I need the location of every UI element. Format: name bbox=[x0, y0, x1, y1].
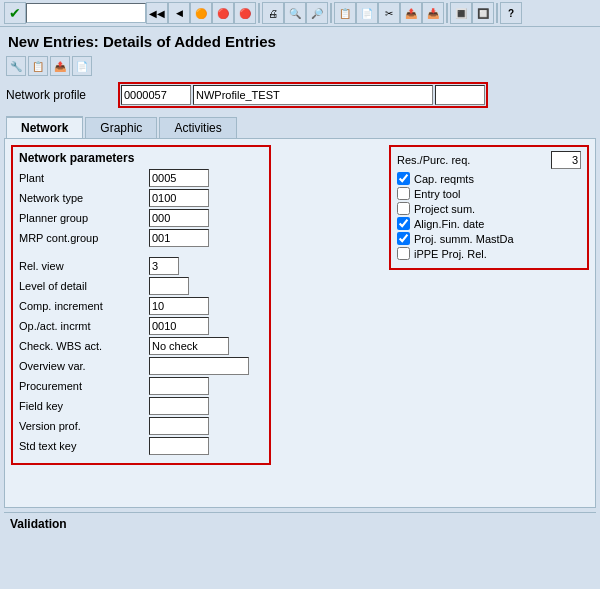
config-icon: 🔧 bbox=[10, 61, 22, 72]
undo-button[interactable]: 🔴 bbox=[212, 2, 234, 24]
right-label-res: Res./Purc. req. bbox=[397, 154, 551, 166]
check-button[interactable] bbox=[4, 2, 26, 24]
right-input-res[interactable] bbox=[551, 151, 581, 169]
param-input-procurement[interactable] bbox=[149, 377, 209, 395]
network-params-title: Network parameters bbox=[19, 151, 263, 165]
nav-first-icon: ◀◀ bbox=[149, 8, 165, 19]
param-label-op-act: Op./act. incrmt bbox=[19, 320, 149, 332]
redo-button[interactable]: 🔴 bbox=[234, 2, 256, 24]
network-profile-name[interactable] bbox=[193, 85, 433, 105]
checkbox-row-proj-summ-mastda[interactable]: Proj. summ. MastDa bbox=[397, 232, 581, 245]
find-icon: 🔍 bbox=[289, 8, 301, 19]
param-label-check-wbs: Check. WBS act. bbox=[19, 340, 149, 352]
checkbox-cap-reqmts[interactable] bbox=[397, 172, 410, 185]
new-button[interactable]: 📄 bbox=[72, 56, 92, 76]
checkbox-row-project-sum[interactable]: Project sum. bbox=[397, 202, 581, 215]
tab-graphic[interactable]: Graphic bbox=[85, 117, 157, 138]
right-box: Res./Purc. req. Cap. reqmts Entry tool P… bbox=[389, 145, 589, 270]
paste-button[interactable]: 📄 bbox=[356, 2, 378, 24]
export-button[interactable]: 📤 bbox=[50, 56, 70, 76]
param-label-procurement: Procurement bbox=[19, 380, 149, 392]
save-button[interactable]: 🟠 bbox=[190, 2, 212, 24]
secondary-toolbar: 🔧 📋 📤 📄 bbox=[0, 54, 600, 78]
download-button[interactable]: 📥 bbox=[422, 2, 444, 24]
find-next-button[interactable]: 🔎 bbox=[306, 2, 328, 24]
paste-icon: 📄 bbox=[361, 8, 373, 19]
checkbox-label-align-fin-date: Align.Fin. date bbox=[414, 218, 484, 230]
tab-network[interactable]: Network bbox=[6, 116, 83, 138]
upload-icon: 📤 bbox=[405, 8, 417, 19]
cut-button[interactable]: ✂ bbox=[378, 2, 400, 24]
param-input-field-key[interactable] bbox=[149, 397, 209, 415]
checkbox-row-align-fin-date[interactable]: Align.Fin. date bbox=[397, 217, 581, 230]
param-row-version-prof: Version prof. bbox=[19, 417, 263, 435]
find-button[interactable]: 🔍 bbox=[284, 2, 306, 24]
param-label-plant: Plant bbox=[19, 172, 149, 184]
param-input-std-text-key[interactable] bbox=[149, 437, 209, 455]
param-input-plant[interactable] bbox=[149, 169, 209, 187]
checkbox-row-cap-reqmts[interactable]: Cap. reqmts bbox=[397, 172, 581, 185]
network-profile-id[interactable] bbox=[121, 85, 191, 105]
copy-button[interactable]: 📋 bbox=[334, 2, 356, 24]
param-input-mrp[interactable] bbox=[149, 229, 209, 247]
nav-back-button[interactable]: ◀ bbox=[168, 2, 190, 24]
param-row-network-type: Network type bbox=[19, 189, 263, 207]
param-row-comp-increment: Comp. increment bbox=[19, 297, 263, 315]
layout2-button[interactable]: 🔲 bbox=[472, 2, 494, 24]
checkbox-project-sum[interactable] bbox=[397, 202, 410, 215]
param-input-overview-var[interactable] bbox=[149, 357, 249, 375]
main-content: Network parameters Plant Network type Pl… bbox=[4, 138, 596, 508]
network-profile-input-group bbox=[118, 82, 488, 108]
layout1-button[interactable]: 🔳 bbox=[450, 2, 472, 24]
checkbox-proj-summ-mastda[interactable] bbox=[397, 232, 410, 245]
param-input-network-type[interactable] bbox=[149, 189, 209, 207]
param-row-overview-var: Overview var. bbox=[19, 357, 263, 375]
param-row-mrp: MRP cont.group bbox=[19, 229, 263, 247]
copy2-button[interactable]: 📋 bbox=[28, 56, 48, 76]
param-input-comp-increment[interactable] bbox=[149, 297, 209, 315]
print-icon: 🖨 bbox=[268, 8, 278, 19]
title-bar: ◀◀ ◀ 🟠 🔴 🔴 🖨 🔍 🔎 📋 📄 ✂ 📤 📥 🔳 🔲 ? bbox=[0, 0, 600, 27]
param-input-check-wbs[interactable] bbox=[149, 337, 229, 355]
right-panel: Res./Purc. req. Cap. reqmts Entry tool P… bbox=[279, 145, 589, 501]
param-input-version-prof[interactable] bbox=[149, 417, 209, 435]
network-profile-row: Network profile bbox=[0, 78, 600, 112]
param-input-level-detail[interactable] bbox=[149, 277, 189, 295]
network-params-box: Network parameters Plant Network type Pl… bbox=[11, 145, 271, 465]
layout2-icon: 🔲 bbox=[477, 8, 489, 19]
tab-activities[interactable]: Activities bbox=[159, 117, 236, 138]
print-button[interactable]: 🖨 bbox=[262, 2, 284, 24]
check-icon bbox=[9, 5, 21, 21]
command-field[interactable] bbox=[26, 3, 146, 23]
checkbox-align-fin-date[interactable] bbox=[397, 217, 410, 230]
copy2-icon: 📋 bbox=[32, 61, 44, 72]
validation-label: Validation bbox=[10, 517, 67, 531]
toolbar-sep-3 bbox=[446, 3, 448, 23]
param-row-level-detail: Level of detail bbox=[19, 277, 263, 295]
checkbox-ippe-proj-rel[interactable] bbox=[397, 247, 410, 260]
param-label-field-key: Field key bbox=[19, 400, 149, 412]
download-icon: 📥 bbox=[427, 8, 439, 19]
config-button[interactable]: 🔧 bbox=[6, 56, 26, 76]
checkbox-label-ippe-proj-rel: iPPE Proj. Rel. bbox=[414, 248, 487, 260]
checkbox-label-project-sum: Project sum. bbox=[414, 203, 475, 215]
network-profile-extra[interactable] bbox=[435, 85, 485, 105]
param-input-op-act[interactable] bbox=[149, 317, 209, 335]
checkbox-row-entry-tool[interactable]: Entry tool bbox=[397, 187, 581, 200]
tabs-row: Network Graphic Activities bbox=[0, 112, 600, 138]
nav-first-button[interactable]: ◀◀ bbox=[146, 2, 168, 24]
checkbox-label-entry-tool: Entry tool bbox=[414, 188, 460, 200]
upload-button[interactable]: 📤 bbox=[400, 2, 422, 24]
left-panel: Network parameters Plant Network type Pl… bbox=[11, 145, 271, 501]
layout1-icon: 🔳 bbox=[455, 8, 467, 19]
help-icon: ? bbox=[508, 8, 514, 19]
toolbar-sep-4 bbox=[496, 3, 498, 23]
param-label-comp-increment: Comp. increment bbox=[19, 300, 149, 312]
param-input-rel-view[interactable] bbox=[149, 257, 179, 275]
help-button[interactable]: ? bbox=[500, 2, 522, 24]
network-profile-label: Network profile bbox=[6, 88, 114, 102]
checkbox-row-ippe-proj-rel[interactable]: iPPE Proj. Rel. bbox=[397, 247, 581, 260]
save-icon: 🟠 bbox=[195, 8, 207, 19]
param-input-planner-group[interactable] bbox=[149, 209, 209, 227]
checkbox-entry-tool[interactable] bbox=[397, 187, 410, 200]
